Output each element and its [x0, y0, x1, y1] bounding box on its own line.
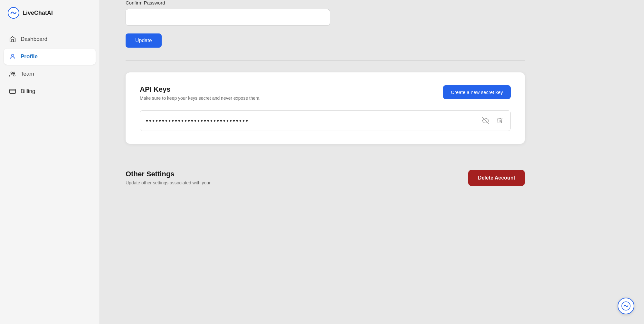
sidebar-nav: Dashboard Profile Team: [0, 26, 99, 105]
svg-point-3: [13, 72, 15, 74]
delete-key-button[interactable]: [495, 116, 505, 125]
api-keys-card: API Keys Make sure to keep your keys sec…: [126, 72, 525, 144]
home-icon: [9, 36, 16, 43]
sidebar-item-team[interactable]: Team: [4, 66, 96, 82]
sidebar-item-dashboard-label: Dashboard: [21, 36, 47, 42]
team-icon: [9, 70, 16, 78]
api-key-actions: [481, 116, 505, 125]
logo-icon: [8, 7, 19, 19]
create-secret-key-button[interactable]: Create a new secret key: [443, 85, 511, 99]
api-keys-title-block: API Keys Make sure to keep your keys sec…: [140, 85, 260, 101]
api-key-masked-value: ••••••••••••••••••••••••••••••••: [146, 117, 481, 125]
api-key-row: ••••••••••••••••••••••••••••••••: [140, 110, 511, 131]
other-settings-text-block: Other Settings Update other settings ass…: [126, 170, 211, 185]
sidebar-item-billing[interactable]: Billing: [4, 83, 96, 99]
api-keys-subtitle: Make sure to keep your keys secret and n…: [140, 96, 260, 101]
svg-rect-4: [10, 89, 15, 94]
other-settings-inner: Other Settings Update other settings ass…: [126, 170, 525, 186]
sidebar-item-team-label: Team: [21, 71, 34, 77]
sidebar: LiveChatAI Dashboard Profile: [0, 0, 100, 324]
chat-fab-button[interactable]: [618, 298, 634, 314]
api-keys-title: API Keys: [140, 85, 260, 94]
confirm-password-label: Confirm Password: [126, 0, 165, 5]
main-content: Confirm Password Update API Keys Make su…: [100, 0, 644, 324]
toggle-visibility-button[interactable]: [481, 116, 490, 125]
sidebar-logo: LiveChatAI: [0, 0, 99, 26]
sidebar-item-profile[interactable]: Profile: [4, 49, 96, 65]
other-settings-title: Other Settings: [126, 170, 211, 178]
trash-icon: [496, 117, 503, 124]
confirm-password-input[interactable]: [126, 9, 330, 26]
sidebar-item-dashboard[interactable]: Dashboard: [4, 31, 96, 47]
svg-point-2: [11, 72, 13, 74]
other-settings-subtitle: Update other settings associated with yo…: [126, 180, 211, 185]
update-button[interactable]: Update: [126, 33, 162, 48]
password-section: Confirm Password Update: [126, 0, 525, 61]
eye-off-icon: [482, 117, 489, 124]
delete-account-button[interactable]: Delete Account: [468, 170, 525, 186]
profile-icon: [9, 53, 16, 60]
sidebar-item-profile-label: Profile: [21, 53, 38, 60]
svg-point-1: [11, 54, 14, 57]
other-settings-section: Other Settings Update other settings ass…: [126, 157, 525, 186]
sidebar-item-billing-label: Billing: [21, 88, 35, 95]
billing-icon: [9, 88, 16, 95]
chat-bubble-icon: [621, 301, 630, 310]
api-keys-header: API Keys Make sure to keep your keys sec…: [140, 85, 511, 101]
app-name: LiveChatAI: [23, 10, 53, 16]
